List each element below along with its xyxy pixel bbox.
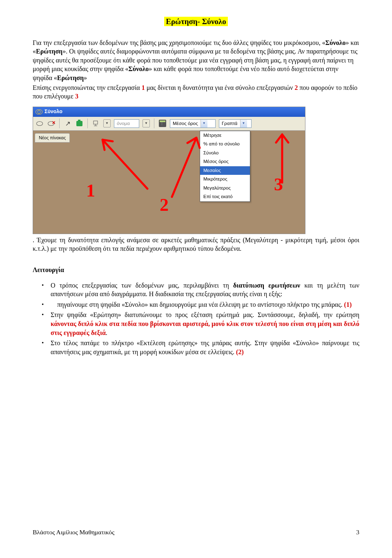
text: πηγαίνουμε στη ψηφίδα «Σύνολο» και δημιο… [57,301,344,308]
red-instruction: κάνοντας διπλό κλικ στα πεδία που βρίσκο… [51,320,359,336]
window-titlebar[interactable]: Σύνολο [33,107,305,117]
field-combo[interactable]: Γραπτά ▼ [219,119,252,128]
field-dropdown[interactable]: ▼ [143,119,150,127]
toolbar: ▼ όνομα ▼ Μέσος όρος ▼ Γραπτά ▼ [33,117,305,131]
field-name-input[interactable]: όνομα [114,119,139,128]
ellipse-tool-button[interactable] [36,119,44,127]
ref-1: 1 [142,84,145,91]
list-item: Ο τρόπος επεξεργασίας των δεδομένων μας,… [41,281,359,299]
step-ref-1: (1) [344,301,352,308]
paragraph-1: Για την επεξεργασία των δεδομένων της βά… [33,38,359,83]
layout-icon [93,120,99,127]
chevron-down-icon: ▼ [200,120,207,127]
cursor-icon [65,119,71,128]
placeholder: όνομα [117,121,130,127]
page-title: Ερώτηση- Σύνολο [164,17,228,26]
term-sunolo-2: Σύνολο [129,65,149,72]
procedure-list: Ο τρόπος επεξεργασίας των δεδομένων μας,… [33,281,359,357]
ellipse-delete-icon [48,121,54,126]
chevron-down-icon: ▼ [240,120,247,127]
operation-selected: Μέσος όρος [170,121,200,127]
tab-label: Νέος πίνακας [39,135,66,140]
text: Επίσης ενεργοποιώντας την επεξεργασία [33,84,142,91]
venn-icon [36,109,42,114]
term-erotisi: Ερώτηση [36,48,62,55]
paragraph-2: Επίσης ενεργοποιώντας την επεξεργασία 1 … [33,83,359,101]
text: μας δίνεται η δυνατότητα για ένα σύνολο … [145,84,295,91]
text: Στο τέλος πατάμε το πλήκτρο «Εκτέλεση ερ… [51,339,359,355]
separator [87,118,88,128]
screenshot-sunolo-window: Σύνολο ▼ όνομα ▼ Μέσος όρος ▼ Γραπτά ▼ Ν… [33,107,305,234]
ref-3: 3 [75,93,78,100]
delete-ellipse-button[interactable] [47,119,55,127]
list-item: Στο τέλος πατάμε το πλήκτρο «Εκτέλεση ερ… [41,339,359,356]
footer-author: Βλάστος Αιμίλιος Μαθηματικός [33,528,114,537]
arrow-1 [94,132,164,195]
bold-text: διατύπωση ερωτήσεων [233,282,300,289]
text: Για την επεξεργασία των δεδομένων της βά… [33,39,325,46]
green-tool-button[interactable] [75,119,83,127]
arrow-3 [264,129,301,189]
annotation-1: 1 [86,179,95,203]
field-selected: Γραπτά [219,121,240,127]
operation-combo[interactable]: Μέσος όρος ▼ [170,119,216,128]
window-title: Σύνολο [45,108,62,115]
layout-dropdown[interactable]: ▼ [103,119,111,127]
calculator-button[interactable] [158,119,167,127]
list-item: Στην ψηφίδα «Ερώτηση» διατυπώνουμε το πρ… [41,310,359,337]
page-footer: Βλάστος Αιμίλιος Μαθηματικός 3 [33,528,359,537]
arrow-2 [164,132,217,203]
separator [59,118,60,128]
term-sunolo: Σύνολο [325,39,346,46]
tab-new-table[interactable]: Νέος πίνακας [35,133,70,143]
separator [154,118,154,128]
page-title-line: Ερώτηση- Σύνολο [33,16,359,27]
list-item: πηγαίνουμε στη ψηφίδα «Σύνολο» και δημιο… [41,300,359,309]
paragraph-3: . Έχουμε τη δυνατότητα επιλογής ανάμεσα … [33,236,359,253]
calculator-icon [159,120,166,127]
section-heading-leitourgia: Λειτουργία [33,266,359,275]
text: Στην ψηφίδα «Ερώτηση» διατυπώνουμε το πρ… [51,311,359,318]
page-number: 3 [356,528,359,537]
ellipse-icon [36,121,43,126]
text: . [106,329,107,336]
layout-button[interactable] [92,119,100,127]
step-ref-2: (2) [236,348,244,355]
svg-rect-0 [94,121,98,124]
text: » [84,74,87,81]
text: Ο τρόπος επεξεργασίας των δεδομένων μας,… [51,282,233,289]
pointer-tool-button[interactable] [64,119,72,127]
green-icon [76,121,82,126]
term-erotisi-2: Ερώτηση [57,74,84,81]
